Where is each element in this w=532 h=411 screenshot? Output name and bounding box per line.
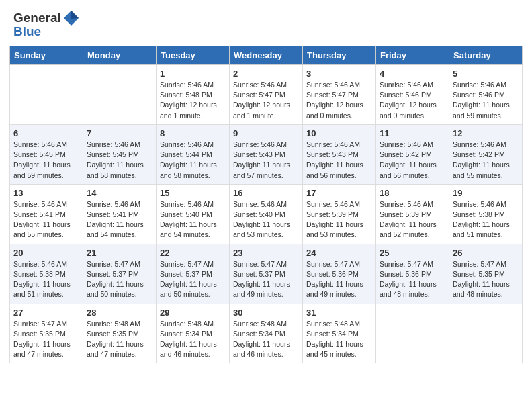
- calendar-cell: 15Sunrise: 5:46 AMSunset: 5:40 PMDayligh…: [157, 184, 230, 244]
- day-number: 16: [233, 188, 299, 198]
- day-number: 28: [87, 308, 152, 318]
- day-info: Sunrise: 5:46 AMSunset: 5:43 PMDaylight:…: [233, 140, 299, 181]
- calendar-table: SundayMondayTuesdayWednesdayThursdayFrid…: [9, 46, 523, 363]
- calendar-cell: 22Sunrise: 5:47 AMSunset: 5:37 PMDayligh…: [157, 244, 230, 304]
- day-info: Sunrise: 5:46 AMSunset: 5:45 PMDaylight:…: [13, 140, 79, 181]
- calendar-cell: 8Sunrise: 5:46 AMSunset: 5:44 PMDaylight…: [157, 124, 230, 184]
- day-number: 1: [160, 68, 226, 79]
- day-number: 17: [306, 188, 372, 198]
- weekday-header-friday: Friday: [376, 46, 449, 65]
- calendar-cell: 13Sunrise: 5:46 AMSunset: 5:41 PMDayligh…: [10, 184, 83, 244]
- day-info: Sunrise: 5:47 AMSunset: 5:35 PMDaylight:…: [453, 259, 519, 300]
- day-info: Sunrise: 5:46 AMSunset: 5:41 PMDaylight:…: [13, 199, 79, 240]
- day-number: 14: [87, 188, 152, 198]
- calendar-cell: 11Sunrise: 5:46 AMSunset: 5:42 PMDayligh…: [376, 124, 449, 184]
- logo: General Blue: [13, 9, 80, 39]
- day-number: 20: [13, 248, 79, 258]
- calendar-cell: 4Sunrise: 5:46 AMSunset: 5:46 PMDaylight…: [376, 65, 449, 125]
- day-number: 3: [306, 68, 372, 79]
- day-info: Sunrise: 5:46 AMSunset: 5:43 PMDaylight:…: [306, 140, 372, 181]
- day-number: 21: [87, 248, 152, 258]
- day-info: Sunrise: 5:46 AMSunset: 5:41 PMDaylight:…: [87, 199, 152, 240]
- day-number: 22: [160, 248, 226, 258]
- calendar-cell: 16Sunrise: 5:46 AMSunset: 5:40 PMDayligh…: [230, 184, 303, 244]
- weekday-header-row: SundayMondayTuesdayWednesdayThursdayFrid…: [10, 46, 523, 65]
- day-info: Sunrise: 5:46 AMSunset: 5:44 PMDaylight:…: [160, 140, 226, 181]
- weekday-header-thursday: Thursday: [303, 46, 376, 65]
- calendar-cell: 10Sunrise: 5:46 AMSunset: 5:43 PMDayligh…: [303, 124, 376, 184]
- day-number: 9: [233, 128, 299, 138]
- calendar-cell: 29Sunrise: 5:48 AMSunset: 5:34 PMDayligh…: [157, 304, 230, 363]
- calendar-cell: 31Sunrise: 5:48 AMSunset: 5:34 PMDayligh…: [303, 304, 376, 363]
- day-number: 2: [233, 68, 299, 79]
- weekday-header-wednesday: Wednesday: [230, 46, 303, 65]
- day-number: 15: [160, 188, 226, 198]
- calendar-cell: 12Sunrise: 5:46 AMSunset: 5:42 PMDayligh…: [449, 124, 523, 184]
- calendar-cell: 1Sunrise: 5:46 AMSunset: 5:48 PMDaylight…: [157, 65, 230, 125]
- day-info: Sunrise: 5:48 AMSunset: 5:34 PMDaylight:…: [160, 319, 226, 360]
- day-number: 8: [160, 128, 226, 138]
- day-number: 25: [380, 248, 445, 258]
- logo-icon: [62, 9, 80, 27]
- calendar-cell: 25Sunrise: 5:47 AMSunset: 5:36 PMDayligh…: [376, 244, 449, 304]
- day-info: Sunrise: 5:46 AMSunset: 5:47 PMDaylight:…: [306, 80, 372, 121]
- day-number: 29: [160, 308, 226, 318]
- page-header: General Blue: [0, 0, 532, 43]
- calendar-week-5: 27Sunrise: 5:47 AMSunset: 5:35 PMDayligh…: [10, 304, 523, 363]
- day-info: Sunrise: 5:47 AMSunset: 5:36 PMDaylight:…: [380, 259, 445, 300]
- calendar-cell: 18Sunrise: 5:46 AMSunset: 5:39 PMDayligh…: [376, 184, 449, 244]
- weekday-header-saturday: Saturday: [449, 46, 523, 65]
- calendar-cell: 17Sunrise: 5:46 AMSunset: 5:39 PMDayligh…: [303, 184, 376, 244]
- day-info: Sunrise: 5:47 AMSunset: 5:36 PMDaylight:…: [306, 259, 372, 300]
- calendar-cell: 3Sunrise: 5:46 AMSunset: 5:47 PMDaylight…: [303, 65, 376, 125]
- day-info: Sunrise: 5:46 AMSunset: 5:46 PMDaylight:…: [380, 80, 445, 121]
- calendar-cell: 9Sunrise: 5:46 AMSunset: 5:43 PMDaylight…: [230, 124, 303, 184]
- day-info: Sunrise: 5:47 AMSunset: 5:35 PMDaylight:…: [13, 319, 79, 360]
- calendar-cell: 26Sunrise: 5:47 AMSunset: 5:35 PMDayligh…: [449, 244, 523, 304]
- calendar-cell: 14Sunrise: 5:46 AMSunset: 5:41 PMDayligh…: [83, 184, 157, 244]
- day-info: Sunrise: 5:46 AMSunset: 5:42 PMDaylight:…: [453, 140, 519, 181]
- day-info: Sunrise: 5:46 AMSunset: 5:40 PMDaylight:…: [233, 199, 299, 240]
- calendar-cell: 24Sunrise: 5:47 AMSunset: 5:36 PMDayligh…: [303, 244, 376, 304]
- day-number: 23: [233, 248, 299, 258]
- day-info: Sunrise: 5:46 AMSunset: 5:39 PMDaylight:…: [306, 199, 372, 240]
- day-info: Sunrise: 5:46 AMSunset: 5:45 PMDaylight:…: [87, 140, 152, 181]
- day-info: Sunrise: 5:46 AMSunset: 5:46 PMDaylight:…: [453, 80, 519, 121]
- calendar-cell: 2Sunrise: 5:46 AMSunset: 5:47 PMDaylight…: [230, 65, 303, 125]
- calendar-cell: [449, 304, 523, 363]
- day-number: 24: [306, 248, 372, 258]
- svg-marker-1: [71, 11, 79, 19]
- calendar-cell: [10, 65, 83, 125]
- calendar-cell: 27Sunrise: 5:47 AMSunset: 5:35 PMDayligh…: [10, 304, 83, 363]
- calendar-cell: 20Sunrise: 5:46 AMSunset: 5:38 PMDayligh…: [10, 244, 83, 304]
- day-info: Sunrise: 5:46 AMSunset: 5:40 PMDaylight:…: [160, 199, 226, 240]
- calendar-cell: 6Sunrise: 5:46 AMSunset: 5:45 PMDaylight…: [10, 124, 83, 184]
- day-info: Sunrise: 5:46 AMSunset: 5:38 PMDaylight:…: [453, 199, 519, 240]
- calendar-cell: [376, 304, 449, 363]
- day-info: Sunrise: 5:46 AMSunset: 5:42 PMDaylight:…: [380, 140, 445, 181]
- day-info: Sunrise: 5:47 AMSunset: 5:37 PMDaylight:…: [233, 259, 299, 300]
- calendar-cell: 28Sunrise: 5:48 AMSunset: 5:35 PMDayligh…: [83, 304, 157, 363]
- day-number: 18: [380, 188, 445, 198]
- day-info: Sunrise: 5:48 AMSunset: 5:34 PMDaylight:…: [306, 319, 372, 360]
- calendar-week-1: 1Sunrise: 5:46 AMSunset: 5:48 PMDaylight…: [10, 65, 523, 125]
- day-number: 4: [380, 68, 445, 79]
- day-info: Sunrise: 5:46 AMSunset: 5:48 PMDaylight:…: [160, 80, 226, 121]
- weekday-header-monday: Monday: [83, 46, 157, 65]
- day-info: Sunrise: 5:47 AMSunset: 5:37 PMDaylight:…: [87, 259, 152, 300]
- day-number: 26: [453, 248, 519, 258]
- calendar-cell: [83, 65, 157, 125]
- day-number: 31: [306, 308, 372, 318]
- day-number: 7: [87, 128, 152, 138]
- day-number: 11: [380, 128, 445, 138]
- logo-general: General: [13, 11, 61, 26]
- calendar-cell: 7Sunrise: 5:46 AMSunset: 5:45 PMDaylight…: [83, 124, 157, 184]
- day-info: Sunrise: 5:46 AMSunset: 5:39 PMDaylight:…: [380, 199, 445, 240]
- day-info: Sunrise: 5:46 AMSunset: 5:47 PMDaylight:…: [233, 80, 299, 121]
- day-info: Sunrise: 5:46 AMSunset: 5:38 PMDaylight:…: [13, 259, 79, 300]
- day-number: 13: [13, 188, 79, 198]
- calendar-week-3: 13Sunrise: 5:46 AMSunset: 5:41 PMDayligh…: [10, 184, 523, 244]
- weekday-header-sunday: Sunday: [10, 46, 83, 65]
- calendar-cell: 5Sunrise: 5:46 AMSunset: 5:46 PMDaylight…: [449, 65, 523, 125]
- calendar-cell: 21Sunrise: 5:47 AMSunset: 5:37 PMDayligh…: [83, 244, 157, 304]
